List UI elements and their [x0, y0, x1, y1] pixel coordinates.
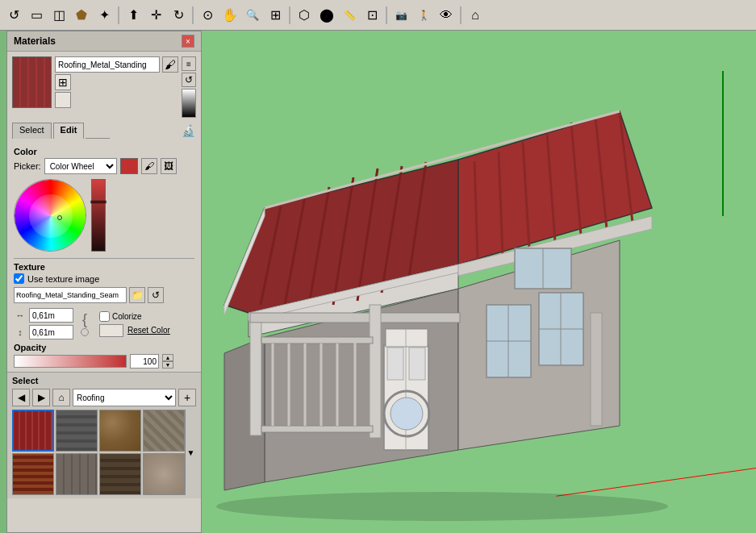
opacity-decrement-button[interactable]: ▼ [162, 361, 173, 369]
pushpull-tool-icon[interactable]: ⬆ [123, 5, 144, 26]
opacity-spinner: ▲ ▼ [162, 354, 173, 369]
panel-side-controls: ≡ ↺ [182, 56, 196, 118]
material-tile-2[interactable] [99, 410, 141, 452]
main-toolbar: ↺ ▭ ◫ ⬟ ✦ ⬆ ✛ ↻ ⊙ ✋ 🔍 ⊞ ⬡ ⬤ 📏 ⊡ 📷 🚶 👁 ⌂ [0, 0, 756, 31]
pick-screen-color-button[interactable]: 🖌 [141, 158, 157, 174]
category-dropdown[interactable]: Roofing Wood Metal Stone Glass Concrete [73, 389, 176, 406]
material-tile-7[interactable] [143, 453, 185, 495]
picker-label: Picker: [14, 161, 41, 171]
zoom-tool-icon[interactable]: 🔍 [242, 5, 263, 26]
material-tile-3[interactable] [143, 410, 185, 452]
component2-icon[interactable]: ⬡ [294, 5, 315, 26]
svg-point-40 [391, 398, 423, 430]
panel-header: Materials × [7, 31, 201, 52]
use-texture-row: Use texture image [14, 273, 194, 284]
walk-icon[interactable]: 🚶 [413, 5, 434, 26]
materials-panel: Materials × Roofing_Metal_Standing 🖌 ⊞ ≡… [6, 31, 202, 533]
colorize-checkbox[interactable] [99, 311, 110, 322]
width-row: ↔ 0,61m [14, 308, 73, 323]
refresh-texture-button[interactable]: ↺ [148, 287, 164, 303]
color-wheel-container [14, 179, 194, 252]
select-tool-icon[interactable]: ▭ [26, 5, 47, 26]
create-material-button[interactable]: ⊞ [55, 74, 71, 90]
picker-row: Picker: Color Wheel HLS HSB RGB 🖌 🖼 [14, 158, 194, 174]
color-wheel[interactable] [14, 179, 86, 252]
paint-tool-icon[interactable]: ⬟ [71, 5, 92, 26]
panel-content: Color Picker: Color Wheel HLS HSB RGB 🖌 … [7, 140, 201, 372]
pick-material-color-button[interactable]: 🖼 [161, 158, 177, 174]
grid-container: ▼ [12, 410, 196, 495]
sample-button[interactable]: ≡ [182, 56, 196, 71]
svg-rect-47 [591, 313, 602, 426]
link-toggle-button[interactable] [81, 328, 89, 336]
select-section-label: Select [12, 376, 196, 385]
follow-me-icon[interactable]: ⬤ [316, 5, 337, 26]
svg-rect-23 [250, 313, 460, 323]
opacity-slider[interactable] [14, 355, 127, 368]
sep5 [460, 6, 462, 24]
import-button[interactable]: ↺ [182, 73, 196, 87]
link-icon: { [82, 312, 87, 327]
component-tool-icon[interactable]: ✦ [94, 5, 115, 26]
color-section-label: Color [14, 147, 194, 156]
width-input[interactable]: 0,61m [29, 308, 73, 323]
select-section: Select ◀ ▶ ⌂ Roofing Wood Metal Stone Gl… [7, 372, 201, 498]
rotate-tool-icon[interactable]: ↻ [168, 5, 189, 26]
dimension-inputs: ↔ 0,61m ↕ 0,61m [14, 308, 73, 339]
sep3 [289, 6, 290, 24]
nav-back-button[interactable]: ◀ [12, 389, 30, 406]
nav-forward-button[interactable]: ▶ [32, 389, 50, 406]
material-name-input[interactable]: Roofing_Metal_Standing [55, 56, 160, 73]
tab-select[interactable]: Select [12, 123, 52, 139]
select-navigation: ◀ ▶ ⌂ Roofing Wood Metal Stone Glass Con… [12, 389, 196, 406]
color-value-strip[interactable] [91, 179, 106, 252]
material-tile-5[interactable] [56, 453, 98, 495]
sep4 [386, 6, 387, 24]
reset-swatch [99, 324, 123, 337]
add-material-button[interactable]: + [178, 389, 196, 406]
svg-rect-35 [386, 329, 428, 347]
move-tool-icon[interactable]: ✛ [145, 5, 166, 26]
section-plane-icon[interactable]: ⊡ [361, 5, 382, 26]
reset-color-row: Reset Color [99, 324, 170, 337]
zoom-fit-icon[interactable]: ⊞ [265, 5, 286, 26]
tab-edit[interactable]: Edit [53, 123, 85, 139]
tape-icon[interactable]: 📏 [339, 5, 360, 26]
material-tile-0[interactable] [12, 410, 54, 452]
texture-section-label: Texture [14, 262, 194, 272]
svg-rect-37 [387, 348, 403, 380]
material-tile-4[interactable] [12, 453, 54, 495]
browse-texture-button[interactable]: 📁 [129, 287, 145, 303]
opacity-value-input[interactable]: 100 [130, 354, 159, 369]
picker-dropdown[interactable]: Color Wheel HLS HSB RGB [44, 158, 117, 174]
eyedropper-button[interactable]: 🔬 [180, 123, 196, 139]
conic-gradient [15, 180, 86, 252]
camera2-icon[interactable]: 📷 [391, 5, 411, 26]
nav-home-button[interactable]: ⌂ [52, 389, 70, 406]
house-model [200, 31, 756, 533]
look-around-icon[interactable]: 👁 [436, 5, 457, 26]
svg-rect-25 [370, 305, 381, 438]
panel-close-button[interactable]: × [182, 35, 194, 48]
current-color-swatch[interactable] [120, 158, 138, 174]
svg-rect-38 [409, 348, 425, 380]
height-input[interactable]: 0,61m [29, 325, 73, 339]
texture-filename-input[interactable]: Roofing_Metal_Standing_Seam [14, 287, 127, 303]
panel-title: Materials [14, 35, 56, 47]
sample-paint-button[interactable]: 🖌 [162, 56, 178, 73]
material-tile-1[interactable] [56, 410, 98, 452]
eraser-tool-icon[interactable]: ◫ [48, 5, 69, 26]
reset-color-label[interactable]: Reset Color [127, 326, 170, 335]
svg-point-51 [216, 492, 668, 521]
house-icon[interactable]: ⌂ [465, 5, 486, 26]
use-texture-checkbox[interactable] [14, 273, 24, 284]
orbit-camera-icon[interactable]: ⊙ [197, 5, 218, 26]
texture-divider [14, 258, 194, 259]
opacity-increment-button[interactable]: ▲ [162, 354, 173, 361]
orbit-tool-icon[interactable]: ↺ [3, 5, 24, 26]
material-tile-6[interactable] [99, 453, 141, 495]
grid-scrollbar[interactable]: ▼ [185, 410, 196, 495]
3d-viewport[interactable] [200, 31, 756, 533]
pan-icon[interactable]: ✋ [219, 5, 240, 26]
svg-rect-27 [261, 426, 373, 432]
